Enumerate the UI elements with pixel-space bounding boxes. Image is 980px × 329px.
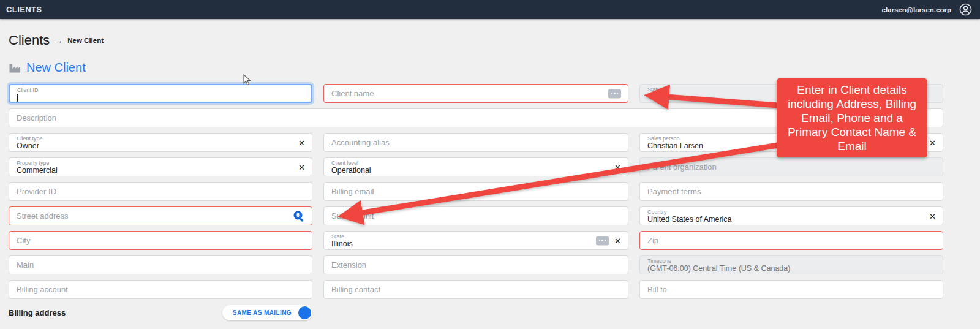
billing-address-label: Billing address <box>9 308 66 317</box>
client-level-field[interactable]: Client level Operational ✕ <box>323 157 628 176</box>
accounting-alias-field[interactable] <box>323 133 628 152</box>
client-id-label: Client ID <box>17 87 290 93</box>
breadcrumb-arrow-icon: → <box>55 36 62 45</box>
parent-organization-field <box>639 157 943 176</box>
city-field[interactable] <box>9 231 312 250</box>
clear-icon[interactable]: ✕ <box>929 138 936 146</box>
street-address-field[interactable] <box>9 206 312 225</box>
provider-id-input[interactable] <box>9 183 312 200</box>
city-input[interactable] <box>9 232 312 249</box>
state-field[interactable]: State Illinois ✕ <box>323 231 628 250</box>
user-email: clarsen@larsen.corp <box>882 6 952 13</box>
timezone-field: Timezone (GMT-06:00) Central Time (US & … <box>639 255 943 274</box>
billing-contact-field[interactable] <box>323 280 628 299</box>
address-search-icon[interactable] <box>293 210 305 222</box>
payment-terms-field[interactable] <box>639 182 943 201</box>
parent-organization-input <box>640 158 943 176</box>
bill-to-input[interactable] <box>640 281 943 298</box>
ellipsis-icon[interactable] <box>596 236 609 245</box>
client-id-field[interactable]: Client ID <box>9 84 312 103</box>
country-label: Country <box>647 209 922 215</box>
user-account-icon[interactable] <box>959 2 973 17</box>
accounting-alias-input[interactable] <box>324 134 628 151</box>
breadcrumb-clients[interactable]: Clients <box>9 32 50 48</box>
breadcrumb-new-client: New Client <box>67 37 104 44</box>
suite-or-unit-field[interactable] <box>323 206 628 225</box>
clear-icon[interactable]: ✕ <box>614 163 621 171</box>
street-address-input[interactable] <box>9 207 312 225</box>
client-level-label: Client level <box>331 160 607 166</box>
extension-field[interactable] <box>323 255 628 274</box>
suite-or-unit-input[interactable] <box>324 207 628 225</box>
app-title: CLIENTS <box>6 5 42 14</box>
billing-email-field[interactable] <box>323 182 628 201</box>
property-type-label: Property type <box>17 160 291 166</box>
timezone-label: Timezone <box>647 258 922 264</box>
toggle-knob[interactable] <box>298 306 311 319</box>
app-topbar: CLIENTS clarsen@larsen.corp <box>0 0 980 19</box>
page-title: New Client <box>9 61 980 75</box>
annotation-text: Enter in Client details including Addres… <box>782 83 922 153</box>
state-label: State <box>331 233 607 240</box>
payment-terms-input[interactable] <box>640 183 943 200</box>
country-value: United States of America <box>647 215 922 224</box>
main-phone-input[interactable] <box>9 256 312 274</box>
clear-icon[interactable]: ✕ <box>298 163 305 171</box>
provider-id-field[interactable] <box>9 182 312 201</box>
clear-icon[interactable]: ✕ <box>614 236 621 244</box>
billing-email-input[interactable] <box>324 183 628 200</box>
text-caret <box>17 94 18 102</box>
timezone-value: (GMT-06:00) Central Time (US & Canada) <box>647 264 922 273</box>
clear-icon[interactable]: ✕ <box>298 138 305 146</box>
country-field[interactable]: Country United States of America ✕ <box>639 206 943 225</box>
bill-to-field[interactable] <box>639 280 943 299</box>
clear-icon[interactable]: ✕ <box>929 212 936 220</box>
property-type-value: Commercial <box>17 166 291 175</box>
client-type-field[interactable]: Client type Owner ✕ <box>9 133 312 152</box>
page-title-text: New Client <box>26 61 86 75</box>
breadcrumb: Clients → New Client <box>0 32 980 48</box>
zip-field[interactable] <box>639 231 943 250</box>
annotation-callout: Enter in Client details including Addres… <box>777 78 927 157</box>
billing-account-input[interactable] <box>9 281 312 298</box>
main-phone-field[interactable] <box>9 255 312 274</box>
factory-icon <box>9 62 21 74</box>
ellipsis-icon[interactable] <box>608 89 621 98</box>
extension-input[interactable] <box>324 256 628 274</box>
same-as-mailing-label: SAME AS MAILING <box>233 309 292 316</box>
same-as-mailing-toggle[interactable]: SAME AS MAILING <box>222 305 312 320</box>
client-type-value: Owner <box>17 142 291 151</box>
zip-input[interactable] <box>640 232 943 249</box>
client-type-label: Client type <box>17 135 291 142</box>
property-type-field[interactable]: Property type Commercial ✕ <box>9 157 312 176</box>
client-name-field[interactable] <box>323 84 628 103</box>
client-name-input[interactable] <box>324 85 628 102</box>
state-value: Illinois <box>331 240 607 249</box>
client-level-value: Operational <box>331 166 607 175</box>
billing-account-field[interactable] <box>9 280 312 299</box>
billing-contact-input[interactable] <box>324 281 628 298</box>
